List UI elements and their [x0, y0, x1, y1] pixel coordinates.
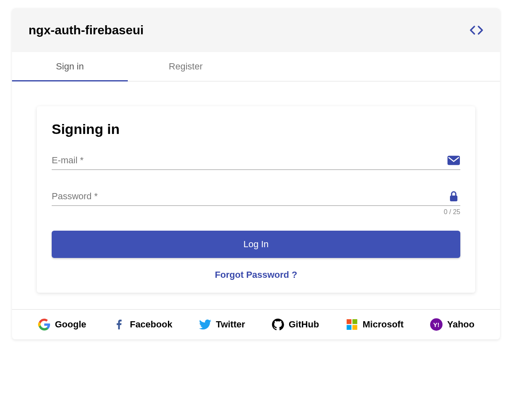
panel-title: ngx-auth-firebaseui — [29, 23, 144, 37]
provider-label: Facebook — [130, 319, 172, 330]
svg-rect-1 — [450, 196, 457, 201]
lock-icon — [447, 190, 460, 203]
email-field-wrapper: E-mail * — [52, 154, 460, 170]
email-icon — [447, 154, 460, 167]
svg-rect-5 — [352, 325, 357, 330]
provider-label: Microsoft — [363, 319, 404, 330]
auth-tabs: Sign in Register — [12, 52, 500, 81]
password-counter: 0 / 25 — [52, 208, 460, 216]
provider-yahoo[interactable]: Y! Yahoo — [430, 318, 474, 331]
login-button[interactable]: Log In — [52, 231, 460, 258]
svg-text:Y!: Y! — [433, 321, 440, 328]
demo-panel: ngx-auth-firebaseui Sign in Register Sig… — [12, 8, 500, 339]
tab-register[interactable]: Register — [128, 52, 244, 81]
password-field-wrapper: Password * 0 / 25 — [52, 190, 460, 216]
provider-label: Twitter — [216, 319, 245, 330]
tab-label: Sign in — [56, 61, 84, 72]
svg-rect-2 — [347, 319, 352, 324]
provider-label: Yahoo — [447, 319, 474, 330]
svg-rect-0 — [447, 156, 460, 165]
svg-rect-4 — [347, 325, 352, 330]
panel-header: ngx-auth-firebaseui — [12, 8, 500, 52]
provider-facebook[interactable]: Facebook — [112, 318, 172, 331]
microsoft-icon — [345, 318, 359, 331]
google-icon — [38, 318, 51, 331]
forgot-password-link[interactable]: Forgot Password ? — [52, 270, 460, 280]
facebook-icon — [112, 318, 126, 331]
provider-label: GitHub — [289, 319, 319, 330]
signin-card: Signing in E-mail * Password * 0 / 25 — [37, 106, 475, 293]
auth-providers-bar: Google Facebook Twitter GitHub — [12, 309, 500, 339]
code-angle-icon — [469, 25, 483, 35]
provider-twitter[interactable]: Twitter — [199, 318, 245, 331]
yahoo-icon: Y! — [430, 318, 443, 331]
email-field[interactable]: E-mail * — [52, 154, 460, 170]
form-container: Signing in E-mail * Password * 0 / 25 — [12, 81, 500, 309]
code-toggle-button[interactable] — [469, 25, 483, 35]
tab-sign-in[interactable]: Sign in — [12, 52, 128, 81]
provider-github[interactable]: GitHub — [271, 318, 319, 331]
email-label: E-mail * — [52, 155, 447, 166]
provider-microsoft[interactable]: Microsoft — [345, 318, 404, 331]
password-label: Password * — [52, 191, 447, 202]
password-field[interactable]: Password * — [52, 190, 460, 206]
provider-label: Google — [55, 319, 86, 330]
tab-label: Register — [169, 61, 203, 72]
card-title: Signing in — [52, 121, 460, 137]
svg-rect-3 — [352, 319, 357, 324]
twitter-icon — [199, 318, 212, 331]
provider-google[interactable]: Google — [38, 318, 86, 331]
github-icon — [271, 318, 285, 331]
